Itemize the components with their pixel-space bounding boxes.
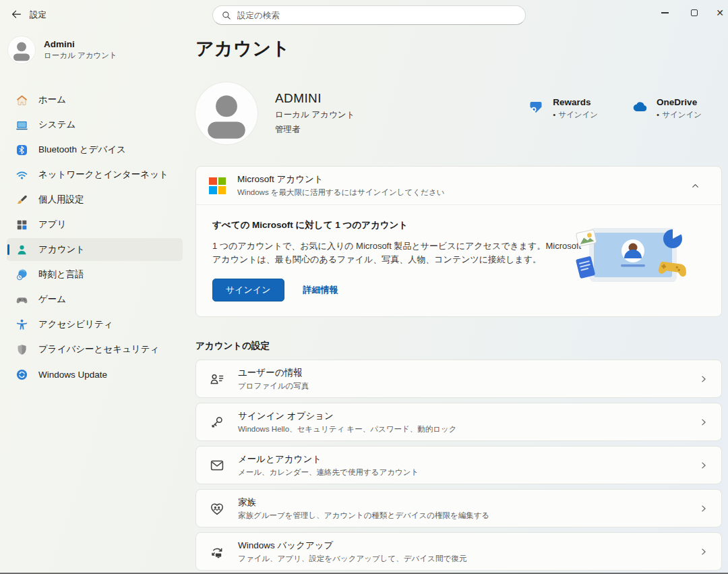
row-user-info[interactable]: ユーザーの情報 プロファイルの写真	[195, 360, 722, 398]
windows-update-icon	[16, 368, 28, 381]
sidebar-item-time-language[interactable]: 時刻と言語	[7, 263, 183, 286]
sidebar-item-home[interactable]: ホーム	[7, 88, 183, 111]
accounts-person-icon	[16, 243, 28, 256]
microsoft-account-card-body: すべての Microsoft に対して 1 つのアカウント 1 つのアカウントで…	[196, 205, 721, 316]
sidebar-item-label: 時刻と言語	[38, 268, 84, 281]
row-title: 家族	[238, 496, 489, 509]
row-subtitle: 家族グループを管理し、アカウントの種類とデバイスの権限を編集する	[238, 511, 489, 521]
row-windows-backup[interactable]: Windows バックアップ ファイル、アプリ、設定をバックアップして、デバイス…	[195, 532, 722, 571]
sidebar-item-apps[interactable]: アプリ	[7, 213, 183, 236]
close-icon: ✕	[716, 8, 724, 18]
account-illustration	[572, 223, 694, 287]
rewards-promo[interactable]: Rewards •サインイン	[528, 97, 598, 120]
sidebar-item-label: Windows Update	[38, 370, 107, 380]
sidebar-item-system[interactable]: システム	[7, 113, 183, 136]
sidebar-user-chip[interactable]: Admini ローカル アカウント	[8, 36, 117, 63]
rewards-icon	[528, 98, 545, 116]
row-subtitle: プロファイルの写真	[238, 381, 309, 391]
row-title: Windows バックアップ	[238, 540, 466, 552]
promo-status: •サインイン	[657, 110, 702, 120]
chevron-up-icon[interactable]	[690, 181, 700, 191]
key-icon	[209, 414, 225, 430]
page-title: アカウント	[195, 36, 722, 61]
sidebar-item-windows-update[interactable]: Windows Update	[7, 363, 183, 386]
accessibility-icon	[16, 318, 28, 331]
sidebar-item-label: ホーム	[38, 94, 66, 106]
sidebar-item-bluetooth-devices[interactable]: Bluetooth とデバイス	[7, 138, 183, 161]
profile-header: ADMINI ローカル アカウント 管理者 Rewards •サインイン One…	[195, 82, 722, 144]
learn-more-link[interactable]: 詳細情報	[303, 284, 338, 296]
account-settings-list: ユーザーの情報 プロファイルの写真 サインイン オプション Windows He…	[195, 360, 722, 574]
sidebar-item-label: 個人用設定	[38, 194, 84, 206]
search-input[interactable]	[237, 11, 516, 20]
ms-card-title: Microsoft アカウント	[237, 173, 444, 185]
profile-name: ADMINI	[275, 91, 355, 106]
back-button[interactable]	[7, 6, 26, 22]
minimize-button[interactable]	[650, 0, 679, 26]
promo-links: Rewards •サインイン OneDrive •サインイン	[528, 97, 702, 120]
sidebar: Admini ローカル アカウント ホーム システム Bluetooth とデバ…	[0, 27, 191, 573]
row-subtitle: ファイル、アプリ、設定をバックアップして、デバイス間で復元	[238, 554, 466, 564]
sidebar-item-label: Bluetooth とデバイス	[38, 144, 126, 156]
promo-label: Rewards	[553, 97, 598, 107]
maximize-icon	[691, 9, 698, 16]
microsoft-logo-icon	[209, 177, 226, 194]
row-email-accounts[interactable]: メールとアカウント メール、カレンダー、連絡先で使用するアカウント	[195, 446, 722, 484]
app-title: 設定	[30, 9, 47, 21]
sidebar-item-personalization[interactable]: 個人用設定	[7, 188, 183, 211]
system-icon	[16, 119, 28, 132]
row-title: ユーザーの情報	[238, 367, 309, 379]
microsoft-account-card-header[interactable]: Microsoft アカウント Windows を最大限に活用するにはサインイン…	[196, 167, 721, 205]
chevron-right-icon	[699, 418, 708, 427]
sidebar-nav: ホーム システム Bluetooth とデバイス ネットワークとインターネット …	[7, 88, 183, 388]
row-subtitle: Windows Hello、セキュリティ キー、パスワード、動的ロック	[238, 424, 457, 434]
row-title: サインイン オプション	[238, 410, 457, 422]
sign-in-button[interactable]: サインイン	[212, 279, 284, 302]
promo-label: OneDrive	[657, 97, 702, 107]
onedrive-cloud-icon	[632, 98, 649, 116]
sidebar-item-accessibility[interactable]: アクセシビリティ	[7, 313, 183, 336]
search-icon	[222, 11, 231, 20]
chevron-right-icon	[699, 504, 708, 513]
sidebar-item-label: プライバシーとセキュリティ	[38, 343, 159, 355]
sidebar-item-label: システム	[38, 119, 75, 131]
game-controller-icon	[16, 293, 28, 306]
mail-icon	[209, 457, 225, 473]
shield-icon	[16, 343, 28, 356]
profile-role: 管理者	[275, 124, 355, 136]
search-box[interactable]	[212, 5, 526, 25]
sidebar-item-privacy-security[interactable]: プライバシーとセキュリティ	[7, 338, 183, 361]
chevron-right-icon	[699, 374, 708, 384]
close-button[interactable]: ✕	[705, 0, 728, 26]
avatar	[8, 36, 35, 63]
onedrive-promo[interactable]: OneDrive •サインイン	[632, 97, 702, 120]
row-title: メールとアカウント	[238, 453, 419, 465]
ms-card-subtitle: Windows を最大限に活用するにはサインインしてください	[237, 188, 444, 198]
window-controls: ✕	[634, 0, 728, 27]
selected-accent-bar	[7, 244, 9, 255]
row-signin-options[interactable]: サインイン オプション Windows Hello、セキュリティ キー、パスワー…	[195, 403, 722, 441]
apps-icon	[16, 219, 28, 231]
section-header-account-settings: アカウントの設定	[195, 340, 722, 352]
sidebar-user-name: Admini	[44, 39, 117, 49]
sidebar-user-subtitle: ローカル アカウント	[44, 51, 117, 61]
microsoft-account-card: Microsoft アカウント Windows を最大限に活用するにはサインイン…	[195, 166, 722, 317]
row-subtitle: メール、カレンダー、連絡先で使用するアカウント	[238, 467, 419, 478]
user-info-icon	[209, 371, 225, 387]
backup-sync-icon	[209, 544, 225, 560]
sidebar-item-label: ゲーム	[38, 293, 66, 306]
sidebar-item-network[interactable]: ネットワークとインターネット	[7, 163, 183, 186]
row-family[interactable]: 家族 家族グループを管理し、アカウントの種類とデバイスの権限を編集する	[195, 489, 722, 527]
family-heart-icon	[209, 500, 225, 517]
sidebar-item-label: アプリ	[38, 219, 66, 231]
sidebar-item-label: ネットワークとインターネット	[38, 169, 169, 181]
chevron-right-icon	[699, 461, 708, 470]
network-wifi-icon	[16, 169, 28, 181]
profile-avatar	[195, 82, 257, 144]
paintbrush-icon	[16, 194, 28, 206]
chevron-right-icon	[699, 547, 708, 556]
sidebar-item-gaming[interactable]: ゲーム	[7, 288, 183, 311]
back-arrow-icon	[11, 9, 22, 20]
sidebar-item-accounts[interactable]: アカウント	[7, 238, 183, 261]
ms-card-description: 1 つのアカウントで、お気に入りの Microsoft 製品とサービスにアクセス…	[212, 239, 584, 266]
